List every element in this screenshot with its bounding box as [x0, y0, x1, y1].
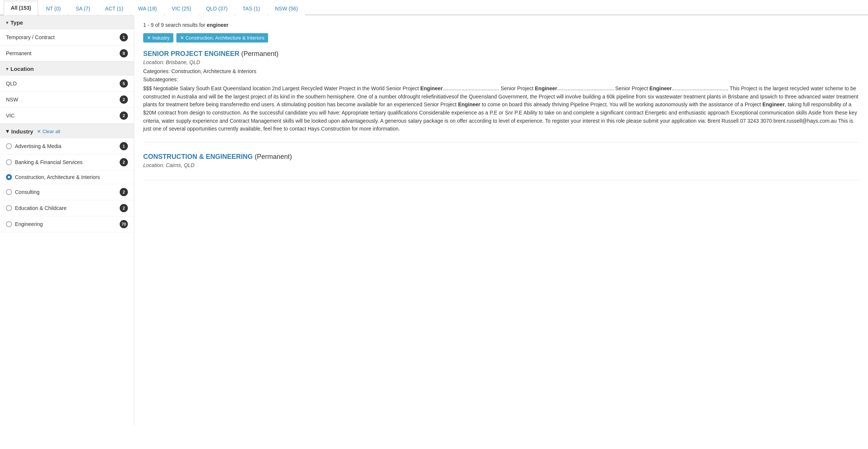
sidebar-location-label: NSW — [6, 97, 18, 103]
sidebar-type-badge: 1 — [120, 33, 128, 41]
job-listing-1: SENIOR PROJECT ENGINEER (Permanent) Loca… — [143, 50, 859, 142]
tab-vic[interactable]: VIC (25) — [165, 1, 198, 15]
location-section-header[interactable]: ▾ Location — [0, 62, 134, 76]
radio-icon — [6, 159, 12, 165]
location-header-label: Location — [10, 66, 34, 72]
industry-section-header: ▾ Industry ✕ Clear all — [0, 124, 134, 138]
sidebar-industry-label: Education & Childcare — [6, 205, 67, 211]
job-type-2: (Permanent) — [255, 153, 292, 160]
type-header-label: Type — [10, 19, 23, 26]
results-summary: 1 - 9 of 9 search results for engineer — [143, 22, 859, 28]
sidebar-industry-item[interactable]: Education & Childcare 2 — [0, 200, 134, 216]
filter-tags-container: ✕ Industry✕ Construction, Architecture &… — [143, 33, 859, 43]
sidebar-industry-badge: 2 — [120, 188, 128, 196]
industry-chevron-icon: ▾ — [6, 128, 9, 135]
sidebar-type-item[interactable]: Permanent 8 — [0, 45, 134, 62]
job-type-1: (Permanent) — [241, 50, 279, 57]
radio-icon — [6, 189, 12, 195]
tab-sa[interactable]: SA (7) — [69, 1, 97, 15]
radio-icon — [6, 174, 12, 180]
sidebar: ▾ Type Temporary / Contract 1 Permanent … — [0, 15, 134, 426]
sidebar-location-badge: 2 — [120, 95, 128, 104]
tab-tas[interactable]: TAS (1) — [235, 1, 267, 15]
radio-icon — [6, 205, 12, 211]
job-title-text-2: CONSTRUCTION & ENGINEERING — [143, 153, 255, 160]
job-title-2[interactable]: CONSTRUCTION & ENGINEERING (Permanent) — [143, 153, 859, 161]
tab-qld[interactable]: QLD (37) — [199, 1, 235, 15]
sidebar-industry-item[interactable]: Advertising & Media 1 — [0, 138, 134, 154]
sidebar-type-item[interactable]: Temporary / Contract 1 — [0, 29, 134, 45]
sidebar-location-item[interactable]: VIC 2 — [0, 108, 134, 124]
sidebar-industry-label: Banking & Financial Services — [6, 159, 82, 165]
sidebar-industry-label: Consulting — [6, 189, 40, 195]
sidebar-industry-item[interactable]: Engineering 70 — [0, 216, 134, 232]
sidebar-industry-badge: 70 — [120, 220, 128, 228]
sidebar-industry-badge: 2 — [120, 158, 128, 166]
sidebar-location-label: VIC — [6, 113, 15, 119]
job-categories-1: Categories: Construction, Architecture &… — [143, 68, 859, 74]
job-subcategories-1: Subcategories: — [143, 76, 859, 82]
job-location-2: Location: Cairns, QLD — [143, 162, 859, 168]
radio-icon — [6, 143, 12, 149]
results-prefix: 1 - 9 of 9 search results for — [143, 22, 207, 28]
sidebar-location-badge: 5 — [120, 79, 128, 88]
tabs-bar: All (153)NT (0)SA (7)ACT (1)WA (18)VIC (… — [0, 0, 868, 15]
sidebar-location-item[interactable]: NSW 2 — [0, 92, 134, 108]
job-listing-2: CONSTRUCTION & ENGINEERING (Permanent) L… — [143, 153, 859, 180]
sidebar-industry-label: Advertising & Media — [6, 143, 62, 149]
sidebar-industry-item[interactable]: Consulting 2 — [0, 184, 134, 200]
clear-all-link[interactable]: ✕ Clear all — [37, 129, 60, 134]
sidebar-industry-label: Engineering — [6, 221, 43, 227]
sidebar-industry-item[interactable]: Banking & Financial Services 2 — [0, 154, 134, 170]
sidebar-location-badge: 2 — [120, 112, 128, 120]
results-query: engineer — [207, 22, 228, 28]
industry-tag[interactable]: ✕ Industry — [143, 33, 173, 43]
tab-wa[interactable]: WA (18) — [131, 1, 164, 15]
sidebar-industry-badge: 2 — [120, 204, 128, 212]
sidebar-industry-label: Construction, Architecture & Interiors — [6, 174, 100, 180]
sidebar-industry-badge: 1 — [120, 142, 128, 150]
sidebar-industry-item[interactable]: Construction, Architecture & Interiors — [0, 170, 134, 184]
main-layout: ▾ Type Temporary / Contract 1 Permanent … — [0, 15, 868, 426]
type-section-header[interactable]: ▾ Type — [0, 15, 134, 29]
job-description-1: $$$ Negotiable Salary South East Queensl… — [143, 85, 859, 133]
type-chevron-icon: ▾ — [6, 20, 8, 25]
sidebar-type-badge: 8 — [120, 49, 128, 57]
tab-nt[interactable]: NT (0) — [39, 1, 67, 15]
tab-act[interactable]: ACT (1) — [98, 1, 130, 15]
job-title-1[interactable]: SENIOR PROJECT ENGINEER (Permanent) — [143, 50, 859, 58]
job-title-text-1: SENIOR PROJECT ENGINEER — [143, 50, 241, 57]
tab-nsw[interactable]: NSW (56) — [268, 1, 305, 15]
construction-tag[interactable]: ✕ Construction, Architecture & Interiors — [176, 33, 268, 43]
sidebar-location-label: QLD — [6, 81, 17, 87]
tab-all[interactable]: All (153) — [4, 1, 38, 15]
sidebar-type-label: Permanent — [6, 50, 31, 56]
sidebar-type-label: Temporary / Contract — [6, 34, 55, 40]
radio-icon — [6, 221, 12, 227]
job-location-1: Location: Brisbane, QLD — [143, 59, 859, 65]
industry-header-label: Industry — [11, 128, 33, 135]
location-chevron-icon: ▾ — [6, 66, 8, 72]
sidebar-location-item[interactable]: QLD 5 — [0, 76, 134, 92]
content-area: 1 - 9 of 9 search results for engineer ✕… — [134, 15, 868, 426]
